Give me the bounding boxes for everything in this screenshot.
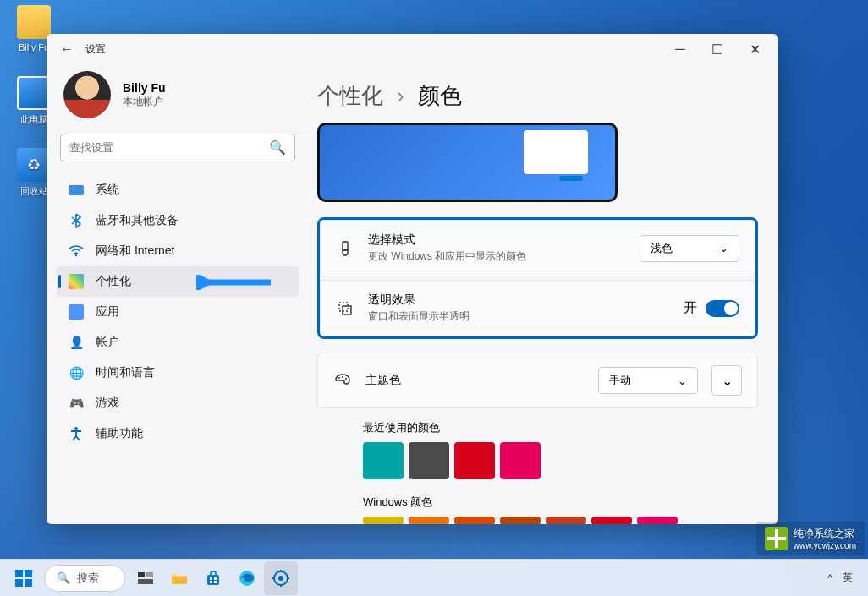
taskbar-search-label: 搜索 bbox=[77, 571, 99, 586]
task-view-button[interactable] bbox=[129, 561, 162, 595]
color-swatch[interactable] bbox=[363, 517, 404, 524]
setting-accent[interactable]: 主题色 手动 ⌄ ⌄ bbox=[317, 353, 758, 408]
setting-mode[interactable]: 选择模式 更改 Windows 和应用中显示的颜色 浅色 ⌄ bbox=[320, 220, 755, 276]
wifi-icon bbox=[69, 243, 84, 259]
close-button[interactable]: ✕ bbox=[736, 36, 773, 62]
ime-indicator[interactable]: 英 bbox=[843, 571, 853, 585]
setting-transparency[interactable]: 透明效果 窗口和表面显示半透明 开 bbox=[320, 280, 755, 336]
sidebar-item-apps[interactable]: 应用 bbox=[57, 297, 299, 327]
color-swatch[interactable] bbox=[637, 517, 678, 524]
taskbar-search[interactable]: 🔍 搜索 bbox=[44, 565, 125, 592]
store-button[interactable] bbox=[196, 561, 230, 595]
search-box[interactable]: 🔍 bbox=[60, 134, 295, 161]
windows-colors-title: Windows 颜色 bbox=[363, 495, 758, 510]
color-swatch[interactable] bbox=[454, 442, 495, 479]
color-swatch[interactable] bbox=[500, 442, 541, 479]
svg-rect-10 bbox=[25, 570, 32, 577]
svg-point-7 bbox=[342, 376, 343, 378]
search-icon: 🔍 bbox=[57, 571, 70, 584]
pc-icon bbox=[17, 76, 51, 110]
svg-rect-18 bbox=[210, 577, 212, 580]
personalization-icon bbox=[69, 274, 84, 289]
taskbar: 🔍 搜索 ^ 英 bbox=[0, 559, 868, 596]
breadcrumb: 个性化 › 颜色 bbox=[317, 64, 758, 123]
recent-colors bbox=[363, 442, 758, 479]
svg-rect-13 bbox=[138, 572, 145, 577]
watermark-brand: 纯净系统之家 bbox=[794, 527, 856, 541]
highlighted-settings: 选择模式 更改 Windows 和应用中显示的颜色 浅色 ⌄ 透明效果 窗口和表… bbox=[317, 217, 758, 339]
expand-button[interactable]: ⌄ bbox=[711, 365, 742, 396]
sidebar-item-personalization[interactable]: 个性化 bbox=[57, 266, 299, 297]
palette-icon bbox=[333, 373, 352, 388]
recent-colors-title: 最近使用的颜色 bbox=[363, 420, 758, 435]
svg-rect-15 bbox=[138, 579, 153, 584]
chevron-down-icon: ⌄ bbox=[722, 373, 733, 389]
svg-rect-12 bbox=[25, 579, 32, 587]
sidebar-item-network[interactable]: 网络和 Internet bbox=[57, 236, 299, 266]
sidebar-item-label: 辅助功能 bbox=[96, 426, 143, 441]
recycle-icon bbox=[17, 148, 51, 182]
svg-rect-20 bbox=[210, 581, 212, 583]
color-swatch[interactable] bbox=[409, 442, 449, 479]
sidebar-item-label: 系统 bbox=[96, 183, 119, 198]
svg-point-0 bbox=[75, 254, 77, 256]
annotation-arrow bbox=[196, 275, 272, 290]
toggle-state: 开 bbox=[684, 299, 697, 317]
settings-window: ← 设置 ─ ☐ ✕ Billy Fu 本地帐户 🔍 系统 bbox=[47, 34, 778, 524]
maximize-button[interactable]: ☐ bbox=[699, 36, 736, 62]
accessibility-icon bbox=[69, 426, 84, 441]
sidebar-item-label: 网络和 Internet bbox=[96, 243, 174, 259]
breadcrumb-parent[interactable]: 个性化 bbox=[317, 81, 383, 111]
transparency-icon bbox=[336, 301, 354, 316]
brush-icon bbox=[336, 240, 354, 257]
mode-dropdown[interactable]: 浅色 ⌄ bbox=[640, 235, 739, 262]
chevron-down-icon: ⌄ bbox=[719, 242, 728, 254]
sidebar-item-label: 时间和语言 bbox=[96, 365, 155, 380]
minimize-button[interactable]: ─ bbox=[662, 36, 699, 62]
watermark-url: www.ycwjzy.com bbox=[794, 541, 856, 550]
color-swatch[interactable] bbox=[546, 517, 586, 524]
color-swatch[interactable] bbox=[409, 517, 449, 524]
setting-title: 主题色 bbox=[365, 373, 585, 388]
settings-taskbar-button[interactable] bbox=[264, 561, 298, 595]
explorer-button[interactable] bbox=[162, 561, 196, 595]
sidebar-item-system[interactable]: 系统 bbox=[57, 175, 299, 205]
color-swatch[interactable] bbox=[454, 517, 495, 524]
sidebar-item-label: 帐户 bbox=[96, 335, 119, 350]
sidebar-item-time[interactable]: 🌐 时间和语言 bbox=[57, 358, 299, 388]
color-swatch[interactable] bbox=[500, 517, 541, 524]
window-title: 设置 bbox=[85, 42, 106, 57]
accent-dropdown[interactable]: 手动 ⌄ bbox=[598, 367, 698, 394]
dropdown-value: 浅色 bbox=[651, 241, 673, 256]
watermark-logo bbox=[765, 527, 788, 550]
back-button[interactable]: ← bbox=[52, 36, 82, 62]
titlebar: ← 设置 ─ ☐ ✕ bbox=[47, 34, 778, 64]
sidebar-item-label: 个性化 bbox=[96, 274, 131, 289]
svg-rect-3 bbox=[343, 242, 348, 250]
search-input[interactable] bbox=[69, 141, 269, 154]
transparency-toggle[interactable] bbox=[706, 300, 739, 317]
content-area: 个性化 › 颜色 选择模式 更改 Windows 和应用中显示的颜色 bbox=[309, 64, 778, 524]
color-swatch[interactable] bbox=[363, 442, 404, 479]
bluetooth-icon bbox=[69, 213, 84, 228]
sidebar-item-bluetooth[interactable]: 蓝牙和其他设备 bbox=[57, 205, 299, 236]
windows-colors bbox=[363, 517, 758, 524]
profile[interactable]: Billy Fu 本地帐户 bbox=[57, 68, 299, 134]
color-preview bbox=[317, 123, 618, 202]
sidebar-item-accessibility[interactable]: 辅助功能 bbox=[57, 418, 299, 449]
svg-point-6 bbox=[338, 377, 340, 379]
svg-rect-19 bbox=[214, 577, 217, 580]
edge-button[interactable] bbox=[230, 561, 264, 595]
color-swatch[interactable] bbox=[591, 517, 632, 524]
sidebar-item-gaming[interactable]: 🎮 游戏 bbox=[57, 388, 299, 418]
start-button[interactable] bbox=[7, 561, 41, 595]
sidebar-item-accounts[interactable]: 👤 帐户 bbox=[57, 327, 299, 358]
account-icon: 👤 bbox=[69, 335, 84, 350]
svg-point-24 bbox=[278, 576, 283, 581]
watermark: 纯净系统之家 www.ycwjzy.com bbox=[756, 522, 865, 555]
sidebar-item-label: 蓝牙和其他设备 bbox=[96, 213, 179, 228]
gaming-icon: 🎮 bbox=[69, 396, 84, 411]
sidebar-item-label: 应用 bbox=[96, 304, 119, 320]
tray-chevron[interactable]: ^ bbox=[827, 572, 832, 584]
svg-point-8 bbox=[345, 378, 347, 380]
